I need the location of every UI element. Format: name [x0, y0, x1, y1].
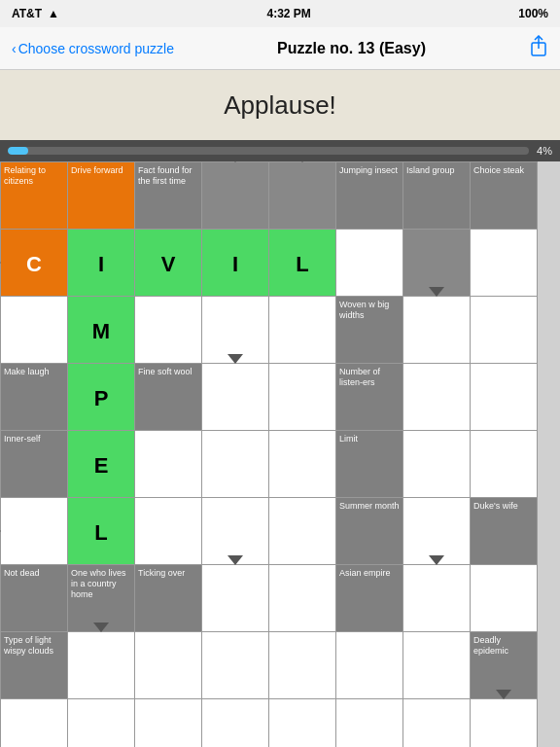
progress-bar-fill [8, 147, 28, 155]
cell-52[interactable] [135, 498, 202, 565]
cell-26[interactable] [403, 297, 471, 364]
cell-21[interactable]: M [68, 297, 135, 364]
progress-bar-track [8, 147, 529, 155]
clue-number-listeners[interactable]: Number of listen-ers [336, 364, 403, 431]
share-button[interactable] [529, 35, 548, 61]
clue-jumping-insect[interactable]: Jumping insect [336, 162, 403, 230]
clue-summer-month[interactable]: Summer month [336, 498, 403, 565]
cell-75[interactable] [336, 632, 403, 699]
back-button[interactable]: ‹ Choose crossword puzzle [12, 41, 174, 56]
cell-20[interactable] [1, 297, 68, 364]
cell-43[interactable] [202, 431, 269, 498]
back-label: Choose crossword puzzle [18, 41, 174, 56]
cell-74[interactable] [269, 632, 336, 699]
cell-86[interactable] [403, 699, 471, 748]
grid-row-1: C I V I L [1, 230, 538, 297]
grid-row-5: L Summer month Duke's wife [1, 498, 538, 565]
clue-type-light-wispy-clouds[interactable]: Type of light wispy clouds [1, 632, 68, 699]
cell-13[interactable]: I [202, 230, 269, 297]
clue-relating-citizens[interactable]: Relating to citizens [1, 162, 68, 230]
cell-12[interactable]: V [135, 230, 202, 297]
cell-44[interactable] [269, 431, 336, 498]
cell-51[interactable]: L [68, 498, 135, 565]
cell-71[interactable] [68, 632, 135, 699]
progress-bar-container: 4% [0, 140, 560, 161]
cell-47[interactable] [471, 431, 538, 498]
cell-41[interactable]: E [68, 431, 135, 498]
cell-37[interactable] [471, 364, 538, 431]
clue-not-dead[interactable]: Not dead [1, 565, 68, 632]
crossword-area: Relating to citizens Drive forward Fact … [0, 161, 560, 747]
cell-10[interactable]: C [1, 230, 68, 297]
nav-bar: ‹ Choose crossword puzzle Puzzle no. 13 … [0, 27, 560, 70]
cell-46[interactable] [403, 431, 471, 498]
cell-84[interactable] [269, 699, 336, 748]
cell-63[interactable] [202, 565, 269, 632]
carrier-label: AT&T [12, 7, 42, 20]
time-label: 4:32 PM [266, 7, 310, 20]
blocked-cell-04 [269, 162, 336, 230]
cell-17[interactable] [471, 230, 538, 297]
status-left: AT&T ▲ [12, 7, 59, 20]
cell-81[interactable] [68, 699, 135, 748]
cell-22[interactable] [135, 297, 202, 364]
cell-31[interactable]: P [68, 364, 135, 431]
grid-row-7: Type of light wispy clouds Deadly epidem… [1, 632, 538, 699]
chevron-left-icon: ‹ [12, 41, 17, 56]
cell-82[interactable] [135, 699, 202, 748]
grid-row-4: Inner-self E Limit [1, 431, 538, 498]
clue-inner-self[interactable]: Inner-self [1, 431, 68, 498]
cell-33[interactable] [202, 364, 269, 431]
status-right: 100% [518, 7, 548, 20]
cell-85[interactable] [336, 699, 403, 748]
cell-66[interactable] [403, 565, 471, 632]
battery-label: 100% [518, 7, 548, 20]
clue-asian-empire[interactable]: Asian empire [336, 565, 403, 632]
cell-42[interactable] [135, 431, 202, 498]
cell-24[interactable] [269, 297, 336, 364]
cell-80[interactable] [1, 699, 68, 748]
clue-island-group[interactable]: Island group [403, 162, 471, 230]
clue-ticking-over[interactable]: Ticking over [135, 565, 202, 632]
applause-banner: Applause! [0, 70, 560, 140]
cell-72[interactable] [135, 632, 202, 699]
cell-36[interactable] [403, 364, 471, 431]
grid-row-2: M Woven w big widths [1, 297, 538, 364]
clue-fine-soft-wool[interactable]: Fine soft wool [135, 364, 202, 431]
clue-woven-big-widths[interactable]: Woven w big widths [336, 297, 403, 364]
status-bar: AT&T ▲ 4:32 PM 100% [0, 0, 560, 27]
grid-row-0: Relating to citizens Drive forward Fact … [1, 162, 538, 230]
cell-14[interactable]: L [269, 230, 336, 297]
wifi-icon: ▲ [48, 7, 59, 20]
progress-label: 4% [537, 145, 552, 157]
cell-67[interactable] [471, 565, 538, 632]
clue-fact-found[interactable]: Fact found for the first time [135, 162, 202, 230]
applause-text: Applause! [224, 90, 336, 121]
clue-limit[interactable]: Limit [336, 431, 403, 498]
clue-dukes-wife[interactable]: Duke's wife [471, 498, 538, 565]
grid-row-3: Make laugh P Fine soft wool Number of li… [1, 364, 538, 431]
cell-64[interactable] [269, 565, 336, 632]
cell-87[interactable] [471, 699, 538, 748]
grid-row-6: Not dead One who lives in a country home… [1, 565, 538, 632]
crossword-grid[interactable]: Relating to citizens Drive forward Fact … [0, 161, 538, 747]
clue-choice-steak[interactable]: Choice steak [471, 162, 538, 230]
cell-15[interactable] [336, 230, 403, 297]
clue-make-laugh[interactable]: Make laugh [1, 364, 68, 431]
nav-title: Puzzle no. 13 (Easy) [277, 40, 426, 57]
cell-34[interactable] [269, 364, 336, 431]
cell-83[interactable] [202, 699, 269, 748]
cell-27[interactable] [471, 297, 538, 364]
clue-drive-forward[interactable]: Drive forward [68, 162, 135, 230]
blocked-cell-03 [202, 162, 269, 230]
cell-54[interactable] [269, 498, 336, 565]
cell-11[interactable]: I [68, 230, 135, 297]
cell-76[interactable] [403, 632, 471, 699]
grid-row-8 [1, 699, 538, 748]
cell-50[interactable] [1, 498, 68, 565]
cell-73[interactable] [202, 632, 269, 699]
